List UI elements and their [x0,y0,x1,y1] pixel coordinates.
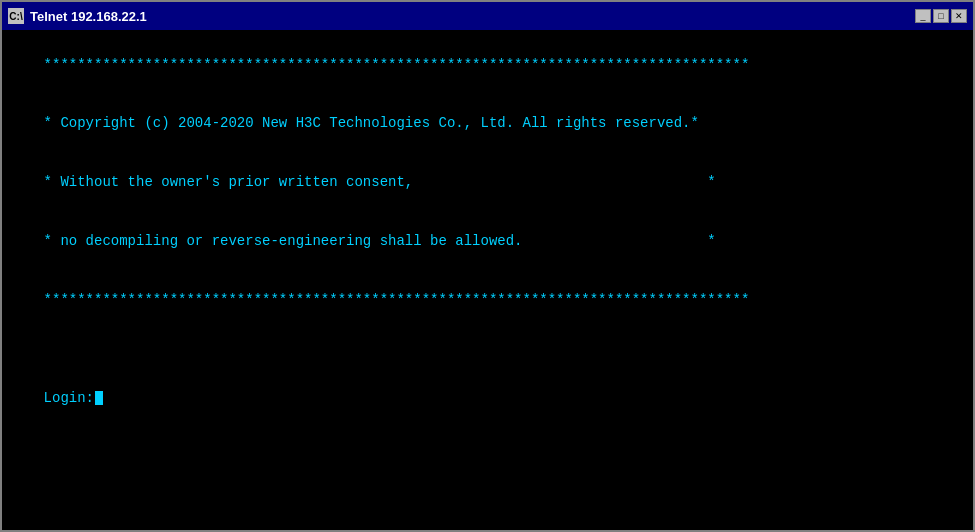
close-button[interactable]: ✕ [951,9,967,23]
title-bar: C:\ Telnet 192.168.22.1 _ □ ✕ [2,2,973,30]
window: C:\ Telnet 192.168.22.1 _ □ ✕ **********… [0,0,975,532]
terminal-cursor [95,391,103,405]
terminal-line-4: * no decompiling or reverse-engineering … [44,233,716,249]
terminal-login-prompt: Login: [44,390,94,406]
terminal-output[interactable]: ****************************************… [2,30,973,530]
minimize-button[interactable]: _ [915,9,931,23]
maximize-button[interactable]: □ [933,9,949,23]
window-title: Telnet 192.168.22.1 [30,9,909,24]
terminal-line-2: * Copyright (c) 2004-2020 New H3C Techno… [44,115,699,131]
terminal-line-1: ****************************************… [44,57,750,73]
terminal-line-5: ****************************************… [44,292,750,308]
window-icon: C:\ [8,8,24,24]
terminal-line-3: * Without the owner's prior written cons… [44,174,716,190]
window-controls: _ □ ✕ [915,9,967,23]
